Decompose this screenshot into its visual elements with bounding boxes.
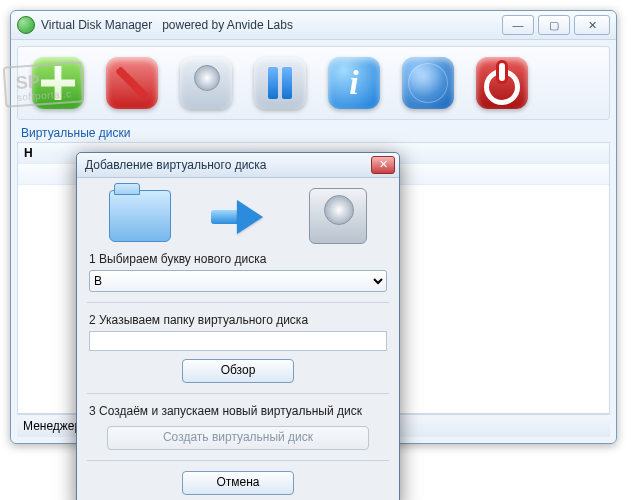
- separator: [87, 393, 389, 394]
- drive-icon: [309, 188, 367, 244]
- pause-button[interactable]: [250, 53, 310, 113]
- arrow-right-icon: [211, 196, 269, 236]
- web-button[interactable]: [398, 53, 458, 113]
- mount-disk-button[interactable]: [176, 53, 236, 113]
- app-icon: [17, 16, 35, 34]
- separator: [87, 302, 389, 303]
- step3-label: 3 Создаём и запускаем новый виртуальный …: [89, 404, 387, 418]
- dialog-title: Добавление виртуального диска: [85, 158, 267, 172]
- close-button[interactable]: ✕: [574, 15, 610, 35]
- remove-disk-button[interactable]: [102, 53, 162, 113]
- separator: [87, 460, 389, 461]
- drive-letter-select[interactable]: B: [89, 270, 387, 292]
- create-disk-button[interactable]: Создать виртуальный диск: [107, 426, 369, 450]
- window-title: Virtual Disk Manager powered by Anvide L…: [41, 18, 293, 32]
- cancel-button[interactable]: Отмена: [182, 471, 294, 495]
- titlebar[interactable]: Virtual Disk Manager powered by Anvide L…: [11, 11, 616, 40]
- section-label: Виртуальные диски: [17, 120, 610, 142]
- folder-path-input[interactable]: [89, 331, 387, 351]
- dialog-close-button[interactable]: ✕: [371, 156, 395, 174]
- power-button[interactable]: [472, 53, 532, 113]
- maximize-button[interactable]: ▢: [538, 15, 570, 35]
- step1-label: 1 Выбираем букву нового диска: [89, 252, 387, 266]
- add-disk-button[interactable]: [28, 53, 88, 113]
- info-button[interactable]: i: [324, 53, 384, 113]
- add-disk-dialog: Добавление виртуального диска ✕ 1 Выбира…: [76, 152, 400, 500]
- browse-button[interactable]: Обзор: [182, 359, 294, 383]
- folder-icon: [109, 190, 171, 242]
- step2-label: 2 Указываем папку виртуального диска: [89, 313, 387, 327]
- dialog-titlebar[interactable]: Добавление виртуального диска ✕: [77, 153, 399, 178]
- toolbar: i: [17, 46, 610, 120]
- minimize-button[interactable]: —: [502, 15, 534, 35]
